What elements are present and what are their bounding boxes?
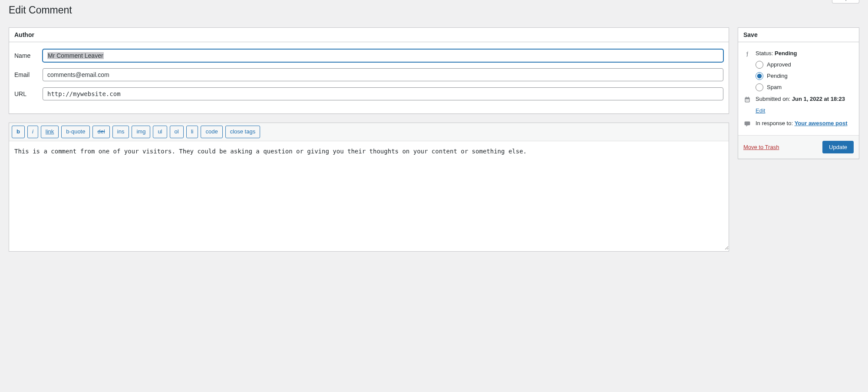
- status-text: Status: Pending: [756, 50, 797, 56]
- editor-code-button[interactable]: code: [201, 126, 222, 138]
- status-radio-pending[interactable]: Pending: [756, 72, 854, 80]
- url-label: URL: [14, 90, 43, 97]
- in-response-text: In response to: Your awesome post: [756, 120, 847, 126]
- editor-italic-button[interactable]: i: [27, 126, 38, 138]
- editor-del-button[interactable]: del: [92, 126, 109, 138]
- editor-ul-button[interactable]: ul: [153, 126, 167, 138]
- name-value-selected: Mr Comment Leaver: [47, 52, 104, 59]
- editor-ins-button[interactable]: ins: [112, 126, 129, 138]
- move-to-trash-link[interactable]: Move to Trash: [743, 144, 779, 150]
- name-field[interactable]: Mr Comment Leaver: [43, 49, 723, 62]
- editor-li-button[interactable]: li: [186, 126, 198, 138]
- update-button[interactable]: Update: [822, 141, 854, 153]
- email-label: Email: [14, 71, 43, 78]
- editor-link-button[interactable]: link: [41, 126, 59, 138]
- status-radio-approved-input[interactable]: [756, 61, 763, 69]
- comment-content-textarea[interactable]: This is a comment from one of your visit…: [9, 141, 729, 250]
- save-panel: Save Status: Pending Approved: [738, 27, 859, 159]
- editor-img-button[interactable]: img: [132, 126, 150, 138]
- response-post-link[interactable]: Your awesome post: [795, 120, 848, 126]
- calendar-icon: [743, 96, 751, 103]
- editor-bquote-button[interactable]: b-quote: [61, 126, 90, 138]
- author-panel-title: Author: [9, 28, 729, 42]
- help-tab-button[interactable]: Help ▼: [832, 0, 859, 3]
- status-radio-spam-input[interactable]: [756, 83, 763, 91]
- save-panel-title: Save: [738, 28, 859, 42]
- status-radio-spam[interactable]: Spam: [756, 83, 854, 91]
- pushpin-icon: [743, 50, 751, 57]
- page-title: Edit Comment: [9, 0, 72, 19]
- email-field[interactable]: [43, 68, 723, 81]
- url-field[interactable]: [43, 87, 723, 100]
- editor-ol-button[interactable]: ol: [170, 126, 184, 138]
- comment-bubble-icon: [743, 120, 751, 127]
- status-radio-group: Approved Pending Spam: [756, 61, 854, 91]
- submitted-text: Submitted on: Jun 1, 2022 at 18:23: [756, 96, 845, 102]
- name-label: Name: [14, 52, 43, 59]
- editor-bold-button[interactable]: b: [12, 126, 25, 138]
- editor-close-tags-button[interactable]: close tags: [225, 126, 261, 138]
- quicktags-toolbar: b i link b-quote del ins img ul ol li co…: [9, 123, 729, 141]
- edit-date-link[interactable]: Edit: [756, 107, 765, 114]
- status-radio-pending-input[interactable]: [756, 72, 763, 80]
- help-tab-label: Help: [837, 0, 848, 1]
- comment-editor-panel: b i link b-quote del ins img ul ol li co…: [9, 123, 729, 252]
- author-panel: Author Name Mr Comment Leaver Email URL: [9, 27, 729, 114]
- status-radio-approved[interactable]: Approved: [756, 61, 854, 69]
